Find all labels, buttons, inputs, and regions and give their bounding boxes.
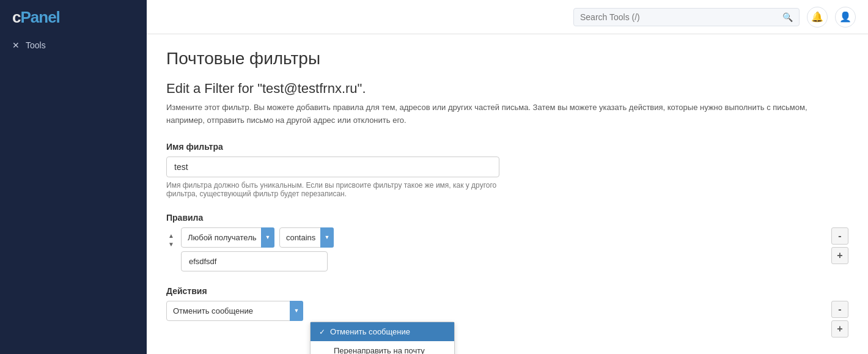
check-icon: ✓ (319, 328, 325, 336)
section-subtitle: Edit a Filter for "test@testfrnx.ru". (166, 81, 848, 97)
actions-label: Действия (166, 286, 848, 296)
page-title: Почтовые фильтры (166, 49, 848, 68)
dropdown-item-redirect[interactable]: Перенаправить на почту (311, 341, 454, 354)
logo: cPanel (0, 0, 147, 34)
filter-name-label: Имя фильтра (166, 142, 848, 152)
user-icon: 👤 (839, 11, 851, 23)
sidebar-item-tools[interactable]: ✕ Tools (0, 34, 147, 56)
rules-add-remove: - + (831, 227, 848, 264)
logo-text: cPanel (12, 8, 60, 27)
condition-select[interactable]: Любой получатель (181, 227, 274, 248)
operator-select[interactable]: contains (279, 227, 334, 248)
action-select-wrapper: Отменить сообщение Перенаправить на почт… (166, 301, 303, 321)
rule-up-arrow[interactable]: ▲ (166, 232, 176, 240)
sidebar-item-label: Tools (26, 40, 46, 50)
filter-name-input[interactable] (166, 157, 499, 177)
main-area: 🔍 🔔 👤 Почтовые фильтры Edit a Filter for… (147, 0, 868, 354)
rule-arrows: ▲ ▼ (166, 232, 176, 248)
action-fields: Отменить сообщение Перенаправить на почт… (166, 301, 303, 321)
operator-select-wrapper: contains (279, 227, 334, 248)
actions-add-remove: - + (831, 301, 848, 337)
rule-value-input[interactable] (181, 251, 328, 271)
tools-icon: ✕ (12, 40, 20, 50)
search-button[interactable]: 🔍 (782, 12, 793, 22)
user-button[interactable]: 👤 (835, 7, 856, 28)
filter-name-hint: Имя фильтра должно быть уникальным. Если… (166, 181, 499, 198)
action-select[interactable]: Отменить сообщение Перенаправить на почт… (166, 301, 303, 321)
rule-fields: Любой получатель contains (181, 227, 334, 271)
rule-down-arrow[interactable]: ▼ (166, 241, 176, 248)
notifications-button[interactable]: 🔔 (807, 7, 828, 28)
content-area: Почтовые фильтры Edit a Filter for "test… (147, 34, 868, 354)
search-container: 🔍 (573, 8, 800, 26)
filter-name-section: Имя фильтра Имя фильтра должно быть уник… (166, 142, 848, 198)
search-input[interactable] (580, 12, 778, 22)
page-description: Измените этот фильтр. Вы можете добавить… (166, 101, 826, 127)
rules-plus-button[interactable]: + (831, 247, 848, 264)
actions-minus-button[interactable]: - (831, 301, 848, 318)
rules-minus-button[interactable]: - (831, 227, 848, 245)
condition-select-wrapper: Любой получатель (181, 227, 274, 248)
dropdown-item-discard[interactable]: ✓ Отменить сообщение (311, 322, 454, 341)
dropdown-item-label: Отменить сообщение (330, 327, 410, 336)
rules-label: Правила (166, 213, 848, 223)
sidebar: cPanel ✕ Tools (0, 0, 147, 354)
header: 🔍 🔔 👤 (147, 0, 868, 34)
actions-dropdown: ✓ Отменить сообщение Перенаправить на по… (310, 322, 455, 354)
bell-icon: 🔔 (811, 11, 823, 23)
actions-section: Действия Отменить сообщение Перенаправит… (166, 286, 848, 321)
rules-section: Правила ▲ ▼ Любой получатель (166, 213, 848, 271)
dropdown-item-label: Перенаправить на почту (334, 346, 425, 354)
actions-plus-button[interactable]: + (831, 320, 848, 337)
